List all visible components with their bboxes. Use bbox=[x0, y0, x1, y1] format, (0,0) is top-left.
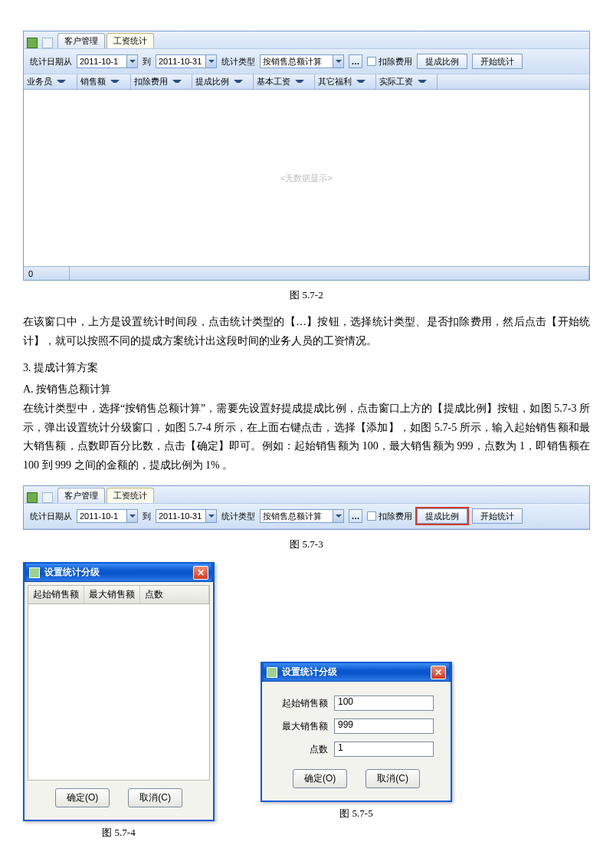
tab-customers[interactable]: 客户管理 bbox=[57, 33, 105, 48]
start-stats-button[interactable]: 开始统计 bbox=[472, 54, 523, 69]
stats-toolbar: 统计日期从 2011-10-1 到 2011-10-31 统计类型 按销售总额计… bbox=[24, 48, 589, 74]
row-max-sales: 最大销售额 999 bbox=[274, 718, 438, 734]
chevron-down-icon bbox=[295, 77, 304, 86]
stats-toolbar-2: 统计日期从 2011-10-1 到 2011-10-31 统计类型 按销售总额计… bbox=[24, 503, 589, 529]
grid-empty-body: <无数据显示> bbox=[24, 90, 589, 266]
figure-caption-5-7-4: 图 5.7-4 bbox=[102, 826, 135, 840]
dialog-body: 起始销售额 最大销售额 点数 确定(O) 取消(C) bbox=[25, 582, 213, 820]
figure-caption-5-7-3: 图 5.7-3 bbox=[23, 538, 590, 551]
dialog-title: 设置统计分级 bbox=[282, 666, 337, 679]
figure-5-7-4: 设置统计分级 ✕ 起始销售额 最大销售额 点数 确定(O) 取消(C) 图 5.… bbox=[23, 562, 215, 850]
tier-settings-dialog-form: 设置统计分级 ✕ 起始销售额 100 最大销售额 999 点数 1 bbox=[261, 662, 452, 802]
window-tabs: 客户管理 工资统计 bbox=[24, 31, 589, 48]
chevron-down-icon[interactable] bbox=[205, 510, 216, 522]
start-stats-button[interactable]: 开始统计 bbox=[472, 508, 523, 524]
dialog-buttons: 确定(O) 取消(C) bbox=[265, 761, 447, 797]
stat-type-select[interactable]: 按销售总额计算 bbox=[260, 54, 344, 68]
checkbox-icon bbox=[367, 57, 376, 66]
stat-type-label: 统计类型 bbox=[221, 511, 255, 522]
date-from-label: 统计日期从 bbox=[30, 56, 72, 67]
start-sales-input[interactable]: 100 bbox=[334, 695, 434, 711]
date-to-label: 到 bbox=[143, 56, 151, 67]
col-points: 点数 bbox=[140, 586, 209, 603]
start-sales-label: 起始销售额 bbox=[274, 697, 328, 710]
figure-caption-5-7-2: 图 5.7-2 bbox=[23, 288, 590, 302]
cancel-button[interactable]: 取消(C) bbox=[366, 769, 420, 788]
date-from-label: 统计日期从 bbox=[30, 511, 72, 522]
status-spacer bbox=[70, 267, 589, 280]
paragraph-1: 在该窗口中，上方是设置统计时间段，点击统计类型的【…】按钮，选择统计类型、是否扣… bbox=[23, 313, 590, 350]
status-count: 0 bbox=[24, 267, 70, 280]
app-icon bbox=[27, 492, 38, 503]
panel-icon bbox=[42, 492, 53, 503]
row-start-sales: 起始销售额 100 bbox=[274, 695, 438, 711]
max-sales-input[interactable]: 999 bbox=[334, 718, 434, 734]
window-tabs-2: 客户管理 工资统计 bbox=[24, 486, 589, 503]
deduct-fee-checkbox[interactable]: 扣除费用 bbox=[367, 511, 412, 522]
date-from-input[interactable]: 2011-10-1 bbox=[77, 54, 138, 68]
heading-A: A. 按销售总额计算 bbox=[23, 383, 590, 396]
dialogs-row: 设置统计分级 ✕ 起始销售额 最大销售额 点数 确定(O) 取消(C) 图 5.… bbox=[23, 562, 590, 850]
row-points: 点数 1 bbox=[274, 741, 438, 757]
dialog-icon bbox=[267, 667, 277, 678]
tab-customers[interactable]: 客户管理 bbox=[57, 488, 105, 503]
dialog-buttons: 确定(O) 取消(C) bbox=[28, 781, 210, 817]
tier-list-body[interactable] bbox=[28, 604, 210, 781]
app-icon bbox=[27, 38, 38, 48]
grid-column-headers: 业务员 销售额 扣除费用 提成比例 基本工资 其它福利 实际工资 bbox=[24, 74, 589, 90]
empty-placeholder-text: <无数据显示> bbox=[280, 173, 333, 184]
chevron-down-icon[interactable] bbox=[205, 55, 216, 67]
status-bar: 0 bbox=[24, 266, 589, 280]
cancel-button[interactable]: 取消(C) bbox=[128, 788, 182, 807]
checkbox-icon bbox=[367, 511, 376, 521]
points-input[interactable]: 1 bbox=[334, 741, 434, 757]
col-other-benefit[interactable]: 其它福利 bbox=[315, 74, 376, 89]
close-button[interactable]: ✕ bbox=[193, 566, 208, 580]
stat-type-select[interactable]: 按销售总额计算 bbox=[260, 509, 344, 523]
close-button[interactable]: ✕ bbox=[431, 666, 446, 679]
heading-3: 3. 提成计算方案 bbox=[23, 361, 590, 375]
points-label: 点数 bbox=[274, 743, 328, 756]
col-actual-salary[interactable]: 实际工资 bbox=[376, 74, 438, 89]
date-to-input[interactable]: 2011-10-31 bbox=[156, 54, 217, 68]
dialog-body: 起始销售额 100 最大销售额 999 点数 1 确定(O) 取消(C) bbox=[262, 682, 451, 801]
tab-salary-stats[interactable]: 工资统计 bbox=[107, 33, 154, 48]
commission-ratio-button[interactable]: 提成比例 bbox=[417, 54, 467, 69]
chevron-down-icon[interactable] bbox=[333, 510, 343, 522]
date-to-label: 到 bbox=[143, 511, 151, 522]
dialog-titlebar: 设置统计分级 ✕ bbox=[25, 562, 213, 582]
col-sales[interactable]: 销售额 bbox=[77, 74, 131, 89]
chevron-down-icon[interactable] bbox=[126, 55, 137, 67]
tier-list-header: 起始销售额 最大销售额 点数 bbox=[28, 585, 210, 604]
col-ratio[interactable]: 提成比例 bbox=[192, 74, 254, 89]
stat-type-ellipsis-button[interactable]: … bbox=[349, 54, 362, 68]
date-to-input[interactable]: 2011-10-31 bbox=[156, 509, 217, 523]
figure-5-7-3: 客户管理 工资统计 统计日期从 2011-10-1 到 2011-10-31 统… bbox=[23, 485, 590, 530]
col-salesperson[interactable]: 业务员 bbox=[24, 74, 77, 89]
col-deduction[interactable]: 扣除费用 bbox=[131, 74, 192, 89]
commission-ratio-button[interactable]: 提成比例 bbox=[417, 508, 467, 524]
dialog-icon bbox=[29, 567, 40, 578]
figure-5-7-2: 客户管理 工资统计 统计日期从 2011-10-1 到 2011-10-31 统… bbox=[23, 31, 590, 281]
deduct-fee-checkbox[interactable]: 扣除费用 bbox=[367, 56, 412, 67]
salary-stats-window: 客户管理 工资统计 统计日期从 2011-10-1 到 2011-10-31 统… bbox=[23, 31, 590, 281]
chevron-down-icon[interactable] bbox=[333, 55, 343, 67]
col-max-sales: 最大销售额 bbox=[84, 586, 140, 603]
chevron-down-icon bbox=[172, 77, 182, 86]
dialog-titlebar: 设置统计分级 ✕ bbox=[262, 662, 451, 682]
chevron-down-icon[interactable] bbox=[126, 510, 137, 522]
col-base-salary[interactable]: 基本工资 bbox=[254, 74, 315, 89]
tab-salary-stats[interactable]: 工资统计 bbox=[107, 488, 154, 503]
tier-settings-dialog-empty: 设置统计分级 ✕ 起始销售额 最大销售额 点数 确定(O) 取消(C) bbox=[23, 562, 215, 821]
salary-stats-window-2: 客户管理 工资统计 统计日期从 2011-10-1 到 2011-10-31 统… bbox=[23, 485, 590, 530]
chevron-down-icon bbox=[110, 77, 120, 86]
tier-form: 起始销售额 100 最大销售额 999 点数 1 bbox=[265, 685, 447, 761]
stat-type-ellipsis-button[interactable]: … bbox=[349, 509, 362, 523]
dialog-title: 设置统计分级 bbox=[44, 566, 100, 579]
ok-button[interactable]: 确定(O) bbox=[293, 769, 347, 788]
ok-button[interactable]: 确定(O) bbox=[55, 788, 110, 807]
chevron-down-icon bbox=[57, 77, 66, 86]
col-start-sales: 起始销售额 bbox=[28, 586, 84, 603]
max-sales-label: 最大销售额 bbox=[274, 720, 328, 733]
date-from-input[interactable]: 2011-10-1 bbox=[77, 509, 138, 523]
